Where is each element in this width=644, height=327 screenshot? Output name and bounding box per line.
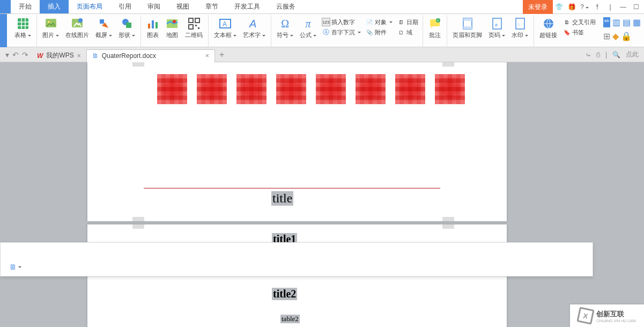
attach-button[interactable]: 📎附件 bbox=[364, 27, 394, 37]
document-page-1[interactable]: title bbox=[87, 62, 507, 221]
doc-title[interactable]: title bbox=[271, 191, 293, 206]
app-menu-accent[interactable] bbox=[0, 0, 11, 13]
date-button[interactable]: 🗓日期 bbox=[396, 17, 419, 27]
doc-tab-active-label: QuaterReport.docx bbox=[102, 52, 156, 60]
undo-icon[interactable]: ↶ bbox=[12, 50, 19, 59]
pagenum-button[interactable]: # 页码 bbox=[486, 16, 507, 40]
textbox-button[interactable]: A 文本框 bbox=[212, 16, 239, 40]
status-right-label[interactable]: 点此 bbox=[626, 50, 639, 59]
hyperlink-button[interactable]: 超链接 bbox=[537, 16, 559, 40]
watermark-button[interactable]: A 水印 bbox=[509, 16, 530, 40]
table-button[interactable]: 表格 bbox=[12, 16, 33, 40]
help-dropdown-icon[interactable]: ? bbox=[579, 1, 590, 13]
ribbon-group-misc: ab ▥ ▤ ▦ ⊞ ◆ 🔒 bbox=[600, 15, 642, 47]
misc-icon-1[interactable]: ab bbox=[603, 17, 610, 27]
object-button[interactable]: 📄对象 bbox=[364, 17, 394, 27]
gift-icon[interactable]: 🎁 bbox=[566, 1, 578, 13]
ribbon-group-symbol: Ω 符号 π 公式 123插入数字 Ⓐ首字下沉 📄对象 📎附件 🗓日期 🗋域 bbox=[271, 15, 423, 47]
headerfooter-button[interactable]: 页眉和页脚 bbox=[450, 16, 484, 40]
menu-tab-cloud[interactable]: 云服务 bbox=[268, 0, 304, 13]
bookmark-icon: 🔖 bbox=[562, 28, 571, 37]
formula-button[interactable]: π 公式 bbox=[298, 16, 319, 40]
menu-tab-chapter[interactable]: 章节 bbox=[197, 0, 226, 13]
pagenum-icon: # bbox=[491, 17, 504, 30]
settings-icon[interactable]: ⤿ bbox=[586, 51, 591, 59]
onlinepic-icon bbox=[71, 17, 84, 30]
doc-tab-home[interactable]: W 我的WPS × bbox=[32, 49, 86, 62]
add-tab-icon[interactable]: + bbox=[219, 50, 224, 60]
minimize-icon[interactable]: — bbox=[617, 1, 629, 13]
misc-icon-4[interactable]: ▦ bbox=[633, 17, 641, 27]
menu-tab-insert[interactable]: 插入 bbox=[40, 0, 69, 13]
svg-rect-8 bbox=[152, 20, 154, 28]
menu-tab-reference[interactable]: 引用 bbox=[110, 0, 139, 13]
menu-tab-view[interactable]: 视图 bbox=[168, 0, 197, 13]
doc-title2[interactable]: title2 bbox=[272, 288, 297, 300]
field-button[interactable]: 🗋域 bbox=[396, 27, 419, 37]
menu-tab-start[interactable]: 开始 bbox=[11, 0, 40, 13]
map-button[interactable]: 地图 bbox=[164, 16, 181, 40]
attach-icon: 📎 bbox=[365, 28, 374, 37]
maximize-icon[interactable]: ☐ bbox=[630, 1, 642, 13]
date-label: 日期 bbox=[406, 18, 418, 26]
menu-tab-review[interactable]: 审阅 bbox=[139, 0, 168, 13]
close-doc-tab-icon[interactable]: × bbox=[205, 52, 209, 60]
context-doc-dropdown[interactable]: 🗎 bbox=[9, 261, 21, 273]
feedback-icon[interactable]: ⭱ bbox=[591, 1, 603, 13]
floating-context-bar: 🗎 bbox=[0, 242, 593, 277]
watermark-icon: A bbox=[514, 17, 527, 30]
brand-text: 创新互联 bbox=[596, 309, 636, 319]
wordart-icon: A bbox=[248, 17, 261, 30]
ribbon-group-table: 表格 bbox=[9, 15, 37, 47]
object-label: 对象 bbox=[375, 18, 387, 26]
screenshot-label: 截屏 bbox=[95, 31, 112, 39]
menu-tab-devtools[interactable]: 开发工具 bbox=[226, 0, 268, 13]
screenshot-button[interactable]: 截屏 bbox=[93, 16, 114, 40]
misc-icon-2[interactable]: ▥ bbox=[612, 17, 620, 27]
onlinepic-button[interactable]: 在线图片 bbox=[63, 16, 91, 40]
ribbon-accent[interactable] bbox=[0, 14, 7, 47]
insertnum-button[interactable]: 123插入数字 bbox=[321, 17, 362, 27]
misc-icon-6[interactable]: ◆ bbox=[612, 31, 619, 41]
textbox-icon: A bbox=[219, 17, 232, 30]
search-icon[interactable]: 🔍 bbox=[612, 51, 620, 59]
share-icon[interactable]: ⎙ bbox=[596, 51, 600, 59]
chart-button[interactable]: 图表 bbox=[144, 16, 161, 40]
wordart-button[interactable]: A 艺术字 bbox=[241, 16, 268, 40]
comment-button[interactable]: + 批注 bbox=[426, 16, 443, 40]
svg-rect-24 bbox=[463, 18, 472, 21]
formula-icon: π bbox=[302, 17, 315, 30]
hyperlink-icon bbox=[542, 17, 555, 30]
map-icon bbox=[166, 17, 179, 30]
picture-button[interactable]: 图片 bbox=[40, 16, 61, 40]
doc-table2[interactable]: table2 bbox=[280, 315, 300, 323]
ribbon-group-header: 页眉和页脚 # 页码 A 水印 bbox=[447, 15, 534, 47]
crossref-button[interactable]: 🗎交叉引用 bbox=[561, 17, 597, 27]
redo-icon[interactable]: ↷ bbox=[22, 50, 28, 59]
doc-tab-active[interactable]: 🗎 QuaterReport.docx × bbox=[86, 49, 215, 62]
menu-tab-pagelayout[interactable]: 页面布局 bbox=[69, 0, 110, 13]
misc-icon-7[interactable]: 🔒 bbox=[621, 31, 632, 41]
skin-icon[interactable]: 👕 bbox=[553, 1, 565, 13]
misc-icon-3[interactable]: ▤ bbox=[623, 17, 631, 27]
doc-icon: 🗎 bbox=[92, 52, 99, 60]
crossref-icon: 🗎 bbox=[562, 18, 571, 26]
misc-icon-5[interactable]: ⊞ bbox=[603, 31, 610, 41]
qrcode-button[interactable]: 二维码 bbox=[183, 16, 205, 40]
bookmark-button[interactable]: 🔖书签 bbox=[561, 27, 597, 37]
qat-dropdown-icon[interactable]: ▾ bbox=[5, 50, 9, 59]
brand-subtext: CHUANG XIN HU LIAN bbox=[596, 319, 636, 323]
login-badge[interactable]: 未登录 bbox=[523, 0, 553, 14]
screenshot-icon bbox=[98, 17, 110, 30]
svg-rect-12 bbox=[189, 18, 193, 23]
close-home-tab-icon[interactable]: × bbox=[77, 52, 81, 60]
redacted-image bbox=[157, 74, 465, 104]
shape-button[interactable]: 形状 bbox=[116, 16, 137, 40]
table-label: 表格 bbox=[14, 31, 31, 39]
object-icon: 📄 bbox=[365, 18, 374, 26]
svg-rect-6 bbox=[126, 23, 131, 28]
headerfooter-icon bbox=[461, 17, 474, 30]
symbol-button[interactable]: Ω 符号 bbox=[275, 16, 295, 40]
dropcap-button[interactable]: Ⓐ首字下沉 bbox=[321, 27, 362, 37]
formula-label: 公式 bbox=[300, 31, 316, 39]
